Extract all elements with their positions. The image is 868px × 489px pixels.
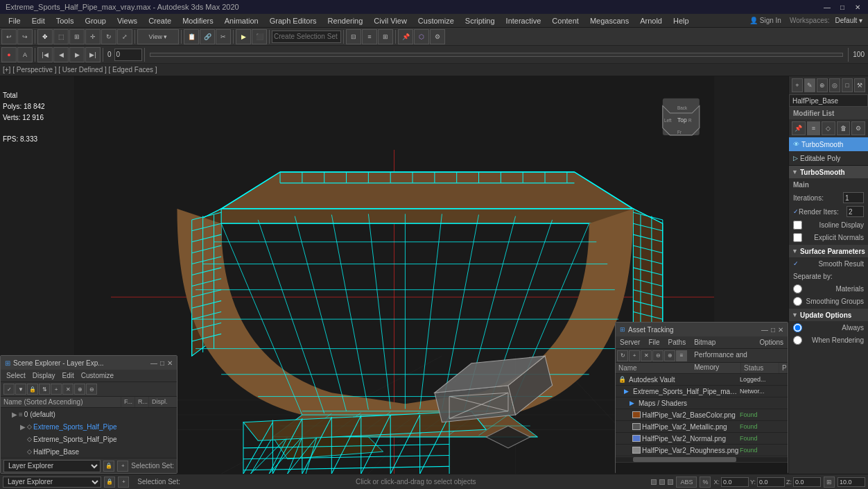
explorer-row-default-layer[interactable]: ▶ ≡ 0 (default) <box>1 408 177 420</box>
exp-expand-btn[interactable]: ⊕ <box>74 384 85 395</box>
at-minimize-button[interactable]: — <box>761 326 768 334</box>
turbosmooth-section-header[interactable]: ▼ TurboSmooth <box>789 166 868 178</box>
menu-scripting[interactable]: Scripting <box>460 14 501 28</box>
link-button[interactable]: 🔗 <box>200 29 215 44</box>
render-setup-button[interactable]: ⚙ <box>430 29 445 44</box>
menu-graph-editors[interactable]: Graph Editors <box>264 14 322 28</box>
at-row-max-file[interactable]: ▶ Extreme_Sports_Half_Pipe_max_vray.max … <box>616 386 788 397</box>
tree-arrow-1[interactable]: ▶ <box>12 411 19 418</box>
at-input-row[interactable] <box>616 462 788 473</box>
tree-arrow-2[interactable]: ▶ <box>20 423 27 431</box>
display-tab[interactable]: □ <box>842 78 853 92</box>
at-maximize-button[interactable]: □ <box>771 326 775 334</box>
current-frame-input[interactable] <box>114 49 142 61</box>
align-button[interactable]: ≡ <box>362 29 377 44</box>
animate-button[interactable]: ● <box>1 47 17 62</box>
at-close-button[interactable]: ✕ <box>778 326 783 334</box>
iterations-input[interactable] <box>843 192 864 203</box>
at-remove-btn[interactable]: ✕ <box>641 350 652 361</box>
explorer-menu-edit[interactable]: Edit <box>60 372 77 379</box>
grid-button[interactable]: ⊞ <box>824 477 835 488</box>
when-rendering-radio[interactable] <box>793 336 802 345</box>
auto-key-button[interactable]: A <box>17 47 33 62</box>
rotate-button[interactable]: ↻ <box>101 29 116 44</box>
explorer-menu-select[interactable]: Select <box>3 372 28 379</box>
exp-collapse-btn[interactable]: ⊖ <box>86 384 97 395</box>
create-tab[interactable]: + <box>792 78 803 92</box>
menu-create[interactable]: Create <box>143 14 177 28</box>
play-button[interactable]: ▶ <box>69 47 85 62</box>
select-object-button[interactable]: ✥ <box>37 29 53 44</box>
minimize-button[interactable]: — <box>822 2 832 12</box>
create-layer-btn[interactable]: + <box>118 477 129 488</box>
layer-explorer-dropdown[interactable]: Layer Explorer <box>3 477 101 488</box>
explorer-lock-btn-2[interactable]: 🔒 <box>103 461 114 472</box>
at-menu-server[interactable]: Server <box>616 336 644 349</box>
quick-align-button[interactable]: ⊞ <box>378 29 393 44</box>
go-start-button[interactable]: |◀ <box>37 47 53 62</box>
at-view-btn[interactable]: ≡ <box>676 350 687 361</box>
at-row-roughness[interactable]: HalfPipe_Var2_Roughness.png Found <box>616 445 788 456</box>
menu-megascans[interactable]: Megascans <box>584 14 634 28</box>
make-unique-button[interactable]: ◇ <box>822 121 835 135</box>
explorer-row-extreme-sports-2[interactable]: ◇ Extreme_Sports_Half_Pipe <box>1 433 177 445</box>
isoline-display-checkbox[interactable] <box>793 221 802 230</box>
at-menu-options[interactable]: Options <box>756 336 788 349</box>
explorer-add-btn[interactable]: + <box>117 461 128 472</box>
menu-animation[interactable]: Animation <box>219 14 264 28</box>
at-add-btn[interactable]: + <box>629 350 640 361</box>
menu-views[interactable]: Views <box>112 14 143 28</box>
menu-help[interactable]: Help <box>668 14 695 28</box>
mirror-button[interactable]: ⊟ <box>346 29 361 44</box>
timeline-slider[interactable] <box>150 53 844 57</box>
always-radio[interactable] <box>793 323 802 332</box>
exp-select-all-btn[interactable]: ✓ <box>3 384 15 395</box>
at-scrollbar[interactable] <box>616 456 788 462</box>
modify-tab[interactable]: ✎ <box>804 78 815 92</box>
at-row-normal[interactable]: HalfPipe_Var2_Normal.png Found <box>616 433 788 445</box>
explorer-row-halfpipe-base[interactable]: ◇ HalfPipe_Base <box>1 445 177 458</box>
explorer-row-extreme-sports-1[interactable]: ▶ ◇ Extreme_Sports_Half_Pipe <box>1 420 177 433</box>
utilities-tab[interactable]: ⚒ <box>854 78 865 92</box>
materials-radio[interactable] <box>793 284 802 293</box>
menu-group[interactable]: Group <box>79 14 112 28</box>
at-menu-file[interactable]: File <box>644 336 663 349</box>
undo-button[interactable]: ↩ <box>1 29 17 44</box>
at-row-autodesk-vault[interactable]: 🔒 Autodesk Vault Logged... <box>616 374 788 386</box>
close-button[interactable]: ✕ <box>853 2 862 12</box>
exp-sort-btn[interactable]: ⇅ <box>39 384 50 395</box>
select-region-button[interactable]: ⬚ <box>53 29 69 44</box>
render-iters-input[interactable] <box>847 206 864 217</box>
unlink-button[interactable]: ✂ <box>216 29 231 44</box>
redo-button[interactable]: ↪ <box>17 29 33 44</box>
maximize-button[interactable]: □ <box>837 2 847 12</box>
coord-x[interactable] <box>721 477 749 487</box>
layer-manager-button[interactable]: 📋 <box>184 29 199 44</box>
create-selection-set-input[interactable] <box>272 31 341 43</box>
exp-lock-btn[interactable]: 🔒 <box>27 384 38 395</box>
modifier-editable-poly[interactable]: ▷ Editable Poly <box>789 151 868 165</box>
exp-delete-btn[interactable]: ✕ <box>62 384 73 395</box>
at-row-basecolor[interactable]: HalfPipe_Var2_BaseColor.png Found <box>616 409 788 421</box>
object-name-field[interactable]: HalfPipe_Base <box>789 94 868 107</box>
at-path-input[interactable] <box>616 463 788 474</box>
menu-file[interactable]: File <box>3 14 26 28</box>
exp-add-layer-btn[interactable]: + <box>51 384 62 395</box>
explorer-minimize-button[interactable]: — <box>150 359 157 367</box>
explorer-menu-display[interactable]: Display <box>30 372 58 379</box>
lock-icon-btn[interactable]: 🔒 <box>104 477 115 488</box>
menu-civil-view[interactable]: Civil View <box>368 14 412 28</box>
default-workspace[interactable]: Default ▾ <box>833 17 865 24</box>
explorer-menu-customize[interactable]: Customize <box>78 372 116 379</box>
menu-arnold[interactable]: Arnold <box>634 14 668 28</box>
at-scroll-thumb[interactable] <box>633 457 736 462</box>
material-editor-button[interactable]: ⬡ <box>414 29 429 44</box>
modifier-turbosmooth[interactable]: 👁 TurboSmooth <box>789 137 868 151</box>
menu-content[interactable]: Content <box>546 14 584 28</box>
explorer-maximize-button[interactable]: □ <box>160 359 164 367</box>
pin-stack-button[interactable]: 📌 <box>792 121 806 135</box>
explorer-type-dropdown[interactable]: Layer Explorer <box>3 460 101 472</box>
explicit-normals-checkbox[interactable] <box>793 233 802 242</box>
named-select-button[interactable]: 📌 <box>398 29 413 44</box>
sign-in-button[interactable]: 👤 Sign In <box>744 17 787 24</box>
